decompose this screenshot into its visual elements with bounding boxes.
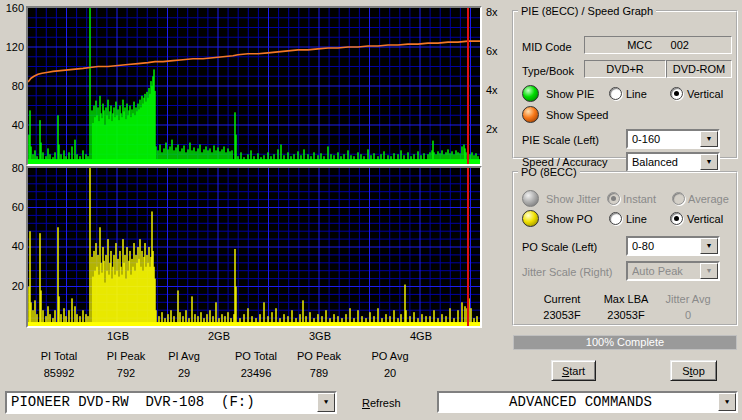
stat-po-total: PO Total23496 (220, 350, 292, 379)
po-ytick-60: 60 (0, 201, 24, 213)
current-label: Current (532, 293, 592, 305)
jitter-average-label: Average (688, 193, 729, 205)
po-plot (28, 168, 480, 326)
mid-code-field: MCC 002 (584, 36, 732, 54)
speed-ytick-4x: 4x (486, 84, 512, 96)
stop-button[interactable]: Stop (670, 360, 717, 381)
jitter-average-radio (672, 192, 685, 205)
speed-ytick-6x: 6x (486, 45, 512, 57)
disc-quality-scan-window: { "colors":{ "chart_bg":"#000000","grid_… (0, 0, 742, 420)
pie-ytick-160: 160 (0, 2, 24, 14)
po-ytick-40: 40 (0, 240, 24, 252)
pie-ytick-80: 80 (0, 80, 24, 92)
po-vertical-radio[interactable] (670, 212, 683, 225)
show-speed-label: Show Speed (546, 109, 608, 121)
po-scale-dropdown[interactable]: 0-80 ▼ (626, 236, 720, 256)
stat-po-avg: PO Avg20 (354, 350, 426, 379)
current-value: 23053F (532, 309, 592, 321)
stat-pi-avg: PI Avg29 (148, 350, 220, 379)
pie-scale-label: PIE Scale (Left) (522, 134, 599, 146)
jitter-scale-label: Jitter Scale (Right) (522, 266, 612, 278)
po-vertical-label: Vertical (687, 213, 723, 225)
po-group-title: PO (8ECC) (518, 166, 580, 178)
stat-pi-total: PI Total85992 (23, 350, 95, 379)
po-scale-dropdown-arrow-icon[interactable]: ▼ (700, 238, 718, 254)
po-ytick-80: 80 (0, 162, 24, 174)
jitter-instant-radio (607, 192, 620, 205)
stat-po-peak: PO Peak789 (283, 350, 355, 379)
xtick-3gb: 3GB (303, 330, 337, 342)
start-button[interactable]: Start (551, 360, 596, 381)
show-pie-label: Show PIE (546, 88, 594, 100)
show-po-led-button[interactable] (522, 210, 539, 227)
po-group: PO (8ECC) Show Jitter Instant Average Sh… (512, 166, 738, 326)
max-lba-value: 23053F (596, 309, 656, 321)
speed-ytick-2x: 2x (486, 123, 512, 135)
jitter-instant-label: Instant (623, 193, 656, 205)
show-jitter-label: Show Jitter (546, 193, 600, 205)
jitter-avg-label: Jitter Avg (658, 293, 718, 305)
scan-progress-bar: 100% Complete (513, 335, 737, 350)
pie-line-radio[interactable] (609, 87, 622, 100)
speed-ytick-8x: 8x (486, 6, 512, 18)
drive-select-dropdown[interactable]: PIONEER DVD-RW DVR-108 (F:) ▼ (5, 391, 337, 414)
show-po-label: Show PO (546, 213, 592, 225)
pie-vertical-label: Vertical (687, 88, 723, 100)
po-line-radio[interactable] (609, 212, 622, 225)
pie-ytick-120: 120 (0, 41, 24, 53)
jitter-scale-dropdown-arrow-icon: ▼ (700, 263, 718, 279)
show-jitter-led-button (522, 190, 539, 207)
drive-dropdown-arrow-icon[interactable]: ▼ (317, 393, 335, 412)
pie-plot (28, 8, 480, 164)
xtick-2gb: 2GB (202, 330, 236, 342)
type-book-label: Type/Book (522, 65, 574, 77)
mid-code-label: MID Code (522, 41, 572, 53)
max-lba-label: Max LBA (596, 293, 656, 305)
xtick-1gb: 1GB (101, 330, 135, 342)
po-ytick-20: 20 (0, 280, 24, 292)
pie-speed-group: PIE (8ECC) / Speed Graph MID Code MCC 00… (512, 5, 738, 159)
po-line-label: Line (626, 213, 647, 225)
disc-type-field: DVD+R (584, 60, 666, 78)
pie-vertical-radio[interactable] (670, 87, 683, 100)
advanced-dropdown-arrow-icon[interactable]: ▼ (718, 393, 736, 411)
advanced-commands-dropdown[interactable]: ADVANCED COMMANDS ▼ (437, 391, 738, 413)
pie-speed-chart (26, 6, 482, 166)
pie-scale-dropdown-arrow-icon[interactable]: ▼ (700, 131, 718, 147)
show-speed-led-button[interactable] (522, 106, 539, 123)
xtick-4gb: 4GB (404, 330, 438, 342)
show-pie-led-button[interactable] (522, 85, 539, 102)
refresh-button[interactable]: Refresh (362, 397, 401, 409)
pie-scale-dropdown[interactable]: 0-160 ▼ (626, 129, 720, 149)
po-scale-label: PO Scale (Left) (522, 241, 597, 253)
pie-line-label: Line (626, 88, 647, 100)
pie-ytick-40: 40 (0, 119, 24, 131)
jitter-scale-dropdown: Auto Peak ▼ (626, 261, 720, 281)
jitter-avg-value: 0 (658, 309, 718, 321)
book-type-field: DVD-ROM (666, 60, 732, 78)
pie-group-title: PIE (8ECC) / Speed Graph (518, 5, 656, 17)
po-chart (26, 166, 482, 328)
